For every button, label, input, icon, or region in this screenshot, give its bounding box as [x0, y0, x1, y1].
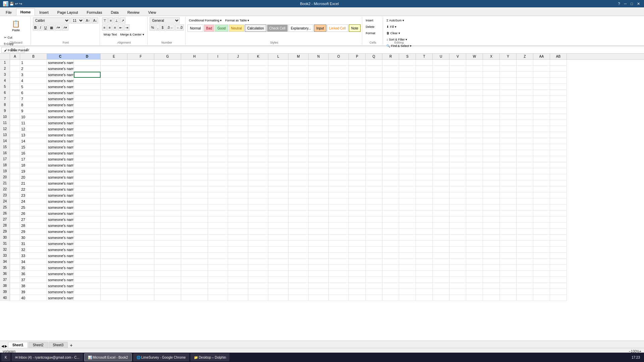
cell[interactable] — [366, 229, 382, 235]
cell[interactable] — [228, 138, 248, 144]
cell[interactable] — [208, 229, 228, 235]
cell[interactable] — [533, 60, 550, 66]
cell[interactable] — [533, 289, 550, 295]
cell[interactable]: someone's name — [47, 96, 74, 102]
cell[interactable] — [483, 186, 500, 192]
cell[interactable] — [288, 241, 309, 247]
cell[interactable] — [248, 66, 268, 72]
cell[interactable] — [500, 271, 517, 277]
cell[interactable] — [366, 223, 382, 229]
cell[interactable] — [399, 277, 416, 283]
cell[interactable] — [483, 150, 500, 156]
cell[interactable] — [550, 180, 567, 186]
cell[interactable] — [466, 186, 483, 192]
cell[interactable]: someone's name — [47, 217, 74, 223]
cell[interactable] — [382, 253, 399, 259]
cell[interactable]: 14 — [20, 138, 47, 144]
cell[interactable] — [366, 90, 382, 96]
tab-home[interactable]: Home — [16, 8, 35, 16]
cell[interactable] — [329, 265, 349, 271]
cell[interactable] — [228, 204, 248, 210]
cell[interactable] — [382, 156, 399, 162]
cell[interactable] — [228, 265, 248, 271]
cell[interactable] — [517, 241, 533, 247]
cell[interactable] — [248, 114, 268, 120]
cell[interactable] — [268, 289, 288, 295]
cell[interactable] — [181, 102, 208, 108]
cell[interactable]: someone's name — [47, 198, 74, 204]
cell[interactable] — [127, 259, 154, 265]
cell[interactable] — [101, 108, 127, 114]
cell[interactable] — [483, 223, 500, 229]
cell[interactable] — [101, 229, 127, 235]
cell[interactable] — [127, 289, 154, 295]
cell[interactable] — [288, 168, 309, 174]
border-btn[interactable]: ▦ — [49, 24, 54, 31]
cell[interactable] — [416, 210, 433, 217]
cell[interactable] — [101, 277, 127, 283]
cell[interactable] — [10, 90, 20, 96]
cell[interactable] — [181, 235, 208, 241]
col-header-M[interactable]: M — [288, 54, 309, 59]
cell[interactable] — [349, 259, 366, 265]
cell[interactable] — [382, 78, 399, 84]
cell[interactable] — [208, 253, 228, 259]
cell[interactable] — [10, 265, 20, 271]
cell[interactable] — [449, 126, 466, 132]
cell[interactable] — [228, 168, 248, 174]
cell[interactable] — [208, 66, 228, 72]
cell[interactable] — [382, 162, 399, 168]
cell[interactable] — [550, 72, 567, 78]
cell[interactable] — [181, 132, 208, 138]
cell[interactable] — [288, 114, 309, 120]
cell[interactable] — [349, 168, 366, 174]
cell[interactable] — [288, 132, 309, 138]
cell[interactable] — [329, 283, 349, 289]
cell[interactable] — [208, 150, 228, 156]
cell[interactable] — [208, 204, 228, 210]
cell[interactable] — [416, 60, 433, 66]
cell[interactable] — [127, 66, 154, 72]
cell[interactable] — [101, 90, 127, 96]
cell[interactable] — [127, 60, 154, 66]
cell[interactable] — [399, 204, 416, 210]
cell[interactable] — [288, 289, 309, 295]
cell[interactable] — [382, 180, 399, 186]
cell[interactable] — [382, 174, 399, 180]
col-header-D[interactable]: D — [74, 54, 101, 59]
cell[interactable]: 1 — [20, 60, 47, 66]
cell[interactable] — [154, 253, 181, 259]
cell[interactable] — [181, 198, 208, 204]
cell[interactable] — [399, 138, 416, 144]
cell[interactable] — [550, 96, 567, 102]
cell[interactable] — [248, 277, 268, 283]
col-header-Z[interactable]: Z — [517, 54, 533, 59]
cell[interactable] — [309, 229, 329, 235]
cell[interactable] — [382, 120, 399, 126]
cell[interactable] — [101, 265, 127, 271]
cell[interactable]: someone's name — [47, 192, 74, 198]
cell[interactable] — [500, 72, 517, 78]
cell[interactable]: 33 — [20, 253, 47, 259]
cell[interactable] — [399, 162, 416, 168]
cell[interactable] — [550, 192, 567, 198]
cell[interactable] — [483, 210, 500, 217]
cell[interactable] — [349, 235, 366, 241]
cell[interactable] — [208, 295, 228, 301]
cell[interactable] — [268, 120, 288, 126]
cell[interactable] — [466, 210, 483, 217]
cell[interactable]: 39 — [20, 289, 47, 295]
cell[interactable] — [154, 90, 181, 96]
cell[interactable] — [329, 156, 349, 162]
cell[interactable] — [382, 138, 399, 144]
cell[interactable] — [288, 247, 309, 253]
cell[interactable] — [74, 289, 101, 295]
cell[interactable] — [550, 247, 567, 253]
cell[interactable] — [208, 241, 228, 247]
cell[interactable] — [550, 78, 567, 84]
cell[interactable] — [433, 223, 449, 229]
cell[interactable] — [127, 247, 154, 253]
cell[interactable] — [466, 192, 483, 198]
style-linked-cell[interactable]: Linked Cell — [327, 24, 348, 32]
cell[interactable] — [10, 126, 20, 132]
